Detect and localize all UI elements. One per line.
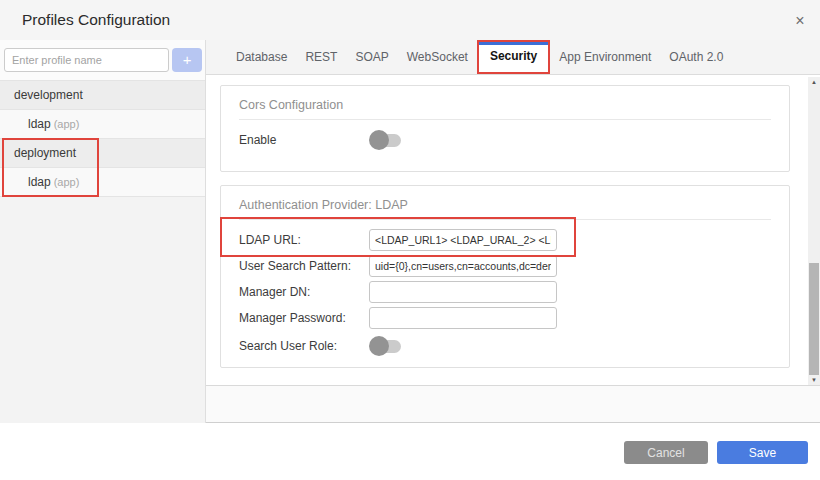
sidebar-item-label: development (14, 88, 83, 102)
ldap-url-row: LDAP URL: (239, 229, 771, 251)
cancel-button[interactable]: Cancel (624, 441, 708, 464)
section-title: Cors Configuration (239, 98, 771, 112)
dialog-header: Profiles Configuration × (0, 0, 820, 40)
sidebar-item-ldap-deployment[interactable]: ldap(app) (0, 168, 205, 197)
profiles-configuration-dialog: Profiles Configuration × + development l… (0, 0, 820, 480)
dialog-title: Profiles Configuration (22, 11, 170, 29)
security-tab-content: Cors Configuration Enable Authentication… (206, 75, 820, 385)
divider (239, 219, 771, 220)
selected-tab-indicator (479, 42, 548, 45)
authentication-provider-ldap-card: Authentication Provider: LDAP LDAP URL: … (220, 185, 790, 368)
sidebar-item-suffix: (app) (54, 176, 80, 188)
scroll-down-icon[interactable]: ▼ (808, 375, 820, 385)
sidebar-item-development[interactable]: development (0, 81, 205, 110)
ldap-url-input[interactable] (369, 229, 557, 251)
sidebar-item-label: deployment (14, 146, 76, 160)
enable-row: Enable (239, 129, 771, 151)
cors-enable-toggle[interactable] (369, 130, 403, 150)
user-search-pattern-input[interactable] (369, 255, 557, 277)
footer-buttons: Cancel Save (624, 441, 808, 464)
toggle-knob (369, 336, 389, 356)
scrollbar-thumb[interactable] (809, 263, 819, 375)
sidebar-item-label: ldap (28, 117, 51, 131)
tab-soap[interactable]: SOAP (346, 41, 397, 74)
field-label: Enable (239, 133, 369, 147)
toggle-knob (369, 130, 389, 150)
sidebar-item-deployment[interactable]: deployment (0, 139, 205, 168)
tab-websocket[interactable]: WebSocket (398, 41, 477, 74)
tab-app-environment[interactable]: App Environment (550, 41, 660, 74)
manager-dn-row: Manager DN: (239, 281, 771, 303)
add-profile-button[interactable]: + (172, 48, 202, 72)
sidebar-item-suffix: (app) (54, 118, 80, 130)
field-label: LDAP URL: (239, 233, 369, 247)
close-icon[interactable]: × (788, 9, 812, 33)
divider (239, 119, 771, 120)
section-title: Authentication Provider: LDAP (239, 198, 771, 212)
search-user-role-row: Search User Role: (239, 335, 771, 357)
tab-rest[interactable]: REST (296, 41, 346, 74)
save-button[interactable]: Save (717, 441, 808, 464)
user-search-pattern-row: User Search Pattern: (239, 255, 771, 277)
field-label: Search User Role: (239, 339, 369, 353)
dialog-footer: Cancel Save (0, 423, 820, 480)
tab-database[interactable]: Database (227, 41, 296, 74)
profile-input-row: + (0, 40, 205, 81)
manager-password-row: Manager Password: (239, 307, 771, 329)
field-label: User Search Pattern: (239, 259, 369, 273)
tab-security[interactable]: Security (477, 40, 550, 74)
sidebar-item-ldap-development[interactable]: ldap(app) (0, 110, 205, 139)
cors-configuration-card: Cors Configuration Enable (220, 85, 790, 172)
scroll-up-icon[interactable]: ▲ (808, 77, 820, 87)
content-footer-strip (206, 385, 820, 423)
field-label: Manager DN: (239, 285, 369, 299)
field-label: Manager Password: (239, 311, 369, 325)
profile-name-input[interactable] (4, 48, 169, 72)
tab-label: Security (490, 49, 537, 63)
profiles-sidebar: + development ldap(app) deployment ldap(… (0, 40, 206, 423)
tab-bar: Database REST SOAP WebSocket Security Ap… (206, 40, 820, 75)
vertical-scrollbar[interactable]: ▲ ▼ (808, 77, 820, 385)
settings-pane: Database REST SOAP WebSocket Security Ap… (206, 40, 820, 423)
tab-oauth[interactable]: OAuth 2.0 (660, 41, 732, 74)
sidebar-item-label: ldap (28, 175, 51, 189)
manager-password-input[interactable] (369, 307, 557, 329)
manager-dn-input[interactable] (369, 281, 557, 303)
search-user-role-toggle[interactable] (369, 336, 403, 356)
